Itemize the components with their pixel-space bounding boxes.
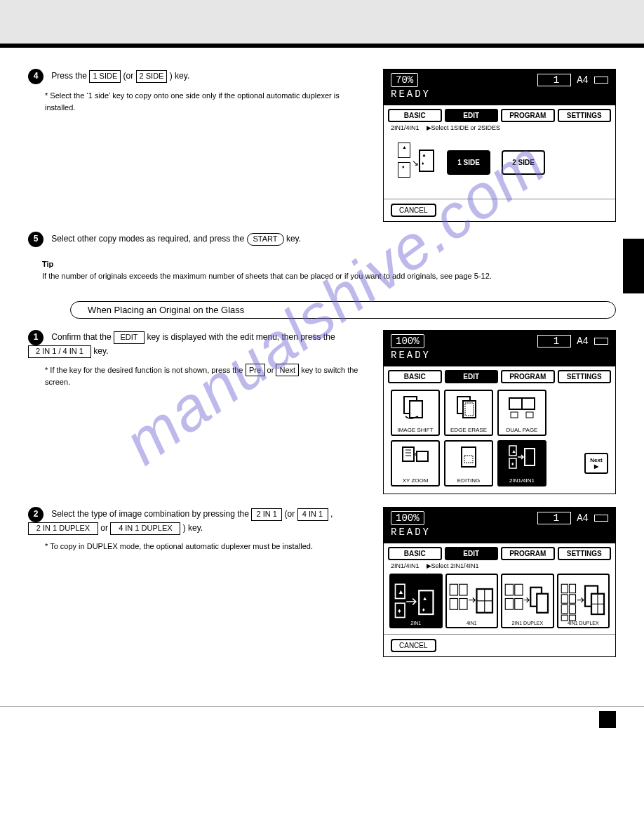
svg-rect-40 bbox=[561, 605, 568, 614]
paper-size-label: A4 bbox=[577, 336, 589, 347]
tab-edit[interactable]: EDIT bbox=[445, 547, 499, 560]
tab-basic[interactable]: BASIC bbox=[388, 547, 442, 560]
svg-rect-23 bbox=[450, 584, 457, 595]
svg-rect-5 bbox=[511, 412, 518, 418]
svg-text:♦: ♦ bbox=[511, 461, 514, 466]
edit-label: EDITING bbox=[457, 477, 480, 484]
svg-rect-41 bbox=[569, 605, 575, 614]
copy-count: 1 bbox=[537, 335, 571, 348]
svg-rect-9 bbox=[462, 447, 476, 467]
mode-4in1-duplex-icon bbox=[560, 583, 608, 621]
svg-rect-18 bbox=[419, 590, 433, 614]
zoom-indicator: 70% bbox=[391, 73, 418, 87]
next-page-button[interactable]: Next ▶ bbox=[584, 453, 608, 474]
step1-note: * If the key for the desired function is… bbox=[28, 364, 369, 388]
step2-b: (or bbox=[285, 509, 297, 519]
one-side-button[interactable]: 1 SIDE bbox=[447, 150, 490, 175]
step4-text-c: ) key. bbox=[170, 71, 189, 81]
edit-label: IMAGE SHIFT bbox=[397, 427, 433, 433]
step1-a: Confirm that the bbox=[51, 332, 114, 342]
prompt-label: ▶Select 2IN1/4IN1 bbox=[427, 562, 479, 569]
edit-image-shift[interactable]: IMAGE SHIFT bbox=[391, 390, 440, 436]
mode-4in1-icon bbox=[448, 583, 496, 621]
step-number-icon: 5 bbox=[28, 232, 43, 247]
tab-row: BASIC EDIT PROGRAM SETTINGS bbox=[384, 366, 615, 385]
paper-tray-icon bbox=[594, 77, 608, 84]
tip-heading: Tip bbox=[42, 260, 53, 268]
svg-text:▲: ▲ bbox=[511, 449, 516, 454]
device-panel-3: 100% 1 A4 READY BASIC EDIT PROGRAM SETTI… bbox=[383, 507, 616, 657]
dual-page-icon bbox=[507, 394, 537, 419]
cancel-button[interactable]: CANCEL bbox=[391, 204, 436, 217]
step1-b: key is displayed with the edit menu, the… bbox=[147, 332, 335, 342]
edit-2in1-4in1[interactable]: ▲♦ 2IN1/4IN1 bbox=[497, 440, 546, 486]
paper-size-label: A4 bbox=[577, 74, 589, 86]
key-pre: Pre bbox=[246, 364, 265, 377]
tab-program[interactable]: PROGRAM bbox=[501, 109, 555, 122]
key-4in1: 4 IN 1 bbox=[297, 508, 328, 521]
svg-rect-25 bbox=[450, 599, 457, 610]
svg-text:♦: ♦ bbox=[398, 607, 401, 614]
svg-rect-1 bbox=[410, 401, 422, 418]
mode-2in1-duplex[interactable]: 2IN1 DUPLEX bbox=[501, 574, 554, 628]
tab-basic[interactable]: BASIC bbox=[388, 370, 442, 383]
svg-text:♦: ♦ bbox=[422, 607, 425, 613]
tab-edit[interactable]: EDIT bbox=[445, 109, 499, 122]
step2-a: Select the type of image combination by … bbox=[51, 509, 251, 519]
tab-settings[interactable]: SETTINGS bbox=[558, 370, 612, 383]
key-4in1-duplex: 4 IN 1 DUPLEX bbox=[110, 522, 180, 535]
mode-4in1[interactable]: 4IN1 bbox=[445, 574, 499, 628]
paper-tray-icon bbox=[594, 515, 608, 522]
step2-c: , bbox=[330, 509, 333, 519]
tab-edit[interactable]: EDIT bbox=[445, 370, 499, 383]
tab-settings[interactable]: SETTINGS bbox=[558, 547, 612, 560]
svg-rect-37 bbox=[569, 584, 575, 593]
tab-program[interactable]: PROGRAM bbox=[501, 547, 555, 560]
svg-text:▲: ▲ bbox=[398, 588, 404, 595]
step1-note-b: or bbox=[267, 366, 276, 374]
step2-d: or bbox=[100, 523, 110, 533]
cancel-button[interactable]: CANCEL bbox=[391, 639, 436, 652]
step-number-icon: 4 bbox=[28, 69, 43, 84]
device-status-bar: 100% 1 A4 READY bbox=[384, 331, 615, 366]
svg-rect-13 bbox=[525, 449, 535, 465]
svg-rect-32 bbox=[505, 599, 513, 610]
device-panel-1: 70% 1 A4 READY BASIC EDIT PROGRAM SETTIN… bbox=[383, 69, 616, 222]
key-2in1-duplex: 2 IN 1 DUPLEX bbox=[28, 522, 98, 535]
tab-row: BASIC EDIT PROGRAM SETTINGS bbox=[384, 105, 615, 124]
step4-note: * Select the ‘1 side’ key to copy onto o… bbox=[28, 90, 369, 113]
tab-settings[interactable]: SETTINGS bbox=[558, 109, 612, 122]
prompt-label: ▶Select 1SIDE or 2SIDES bbox=[427, 124, 501, 131]
xy-zoom-icon bbox=[400, 444, 431, 470]
next-label: Next bbox=[590, 457, 602, 463]
edit-edge-erase[interactable]: EDGE ERASE bbox=[444, 390, 493, 436]
tip-body: If the number of originals exceeds the m… bbox=[42, 272, 492, 280]
image-shift-icon bbox=[400, 394, 431, 419]
key-next: Next bbox=[276, 364, 299, 377]
tab-basic[interactable]: BASIC bbox=[388, 109, 442, 122]
step2: 2 Select the type of image combination b… bbox=[28, 507, 369, 535]
edit-editing[interactable]: EDITING bbox=[444, 440, 493, 486]
edit-label: 2IN1/4IN1 bbox=[509, 477, 535, 484]
edit-xy-zoom[interactable]: XY ZOOM bbox=[391, 440, 440, 486]
key-edit: EDIT bbox=[114, 331, 145, 344]
step1-c: key. bbox=[93, 346, 108, 356]
svg-rect-6 bbox=[526, 412, 533, 418]
two-side-button[interactable]: 2 SIDE bbox=[502, 150, 545, 175]
mode-4in1-duplex[interactable]: 4IN1 DUPLEX bbox=[557, 574, 610, 628]
key-1side: 1 SIDE bbox=[89, 70, 121, 83]
svg-rect-33 bbox=[515, 599, 523, 610]
tip-block: Tip If the number of originals exceeds t… bbox=[28, 258, 616, 282]
svg-rect-39 bbox=[569, 595, 575, 603]
edge-erase-icon bbox=[453, 394, 484, 419]
edit-dual-page[interactable]: DUAL PAGE bbox=[497, 390, 546, 436]
mode-path-label: 2IN1/4IN1 bbox=[391, 124, 420, 131]
tab-program[interactable]: PROGRAM bbox=[501, 370, 555, 383]
svg-rect-8 bbox=[417, 451, 428, 461]
svg-rect-38 bbox=[561, 595, 568, 603]
page-number-box bbox=[599, 711, 616, 728]
zoom-indicator: 100% bbox=[391, 511, 424, 525]
mode-2in1[interactable]: ▲♦▲♦ 2IN1 bbox=[389, 574, 443, 628]
page-header bbox=[0, 0, 644, 44]
device-status-bar: 100% 1 A4 READY bbox=[384, 508, 615, 543]
